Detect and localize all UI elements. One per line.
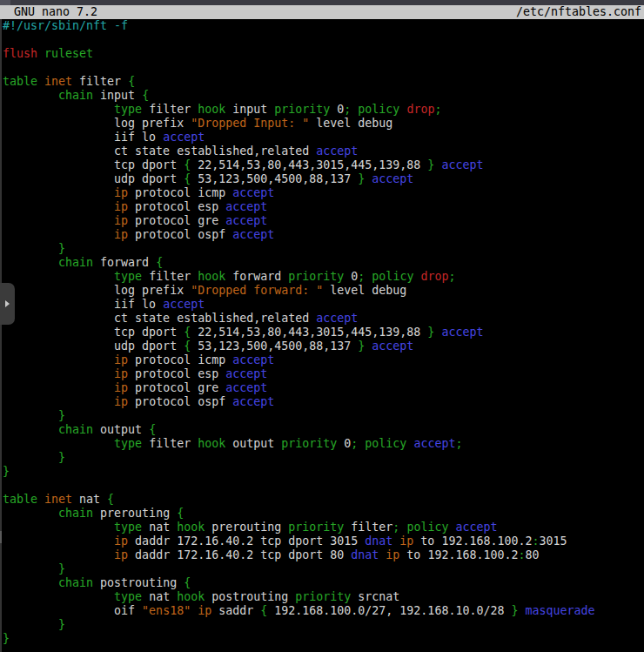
code-line: } — [3, 465, 644, 479]
code-line: } — [3, 632, 644, 646]
code-line: flush ruleset — [3, 47, 644, 61]
code-line: type nat hook postrouting priority srcna… — [3, 590, 644, 604]
drawer-handle-button[interactable] — [0, 283, 15, 325]
code-line: type filter hook output priority 0; poli… — [3, 437, 644, 451]
code-line: } — [3, 409, 644, 423]
code-line: table inet nat { — [3, 493, 644, 507]
code-line: ip protocol icmp accept — [3, 186, 644, 200]
code-line: } — [3, 562, 644, 576]
app-title: GNU nano 7.2 — [14, 5, 97, 19]
code-line: iif lo accept — [3, 131, 644, 145]
code-line: ct state established,related accept — [3, 145, 644, 158]
code-line: chain prerouting { — [3, 507, 644, 521]
code-line: tcp dport { 22,514,53,80,443,3015,445,13… — [3, 158, 644, 172]
code-line: } — [3, 242, 644, 256]
code-line — [3, 61, 644, 75]
code-line: ip protocol esp accept — [3, 200, 644, 214]
code-editor[interactable]: #!/usr/sbin/nft -fflush rulesettable ine… — [0, 19, 644, 652]
code-line: log prefix "Dropped forward: " level deb… — [3, 284, 644, 298]
code-line: ip daddr 172.16.40.2 tcp dport 80 dnat i… — [3, 548, 644, 562]
file-path: /etc/nftables.conf — [516, 5, 641, 19]
code-line — [3, 33, 644, 47]
code-line: ct state established,related accept — [3, 312, 644, 326]
code-line: ip protocol ospf accept — [3, 395, 644, 409]
arrow-right-icon — [5, 300, 10, 307]
code-line: type nat hook prerouting priority filter… — [3, 521, 644, 534]
code-line: } — [3, 618, 644, 632]
code-line: chain input { — [3, 89, 644, 103]
code-line: chain output { — [3, 423, 644, 437]
code-line: udp dport { 53,123,500,4500,88,137 } acc… — [3, 339, 644, 353]
code-line: log prefix "Dropped Input: " level debug — [3, 117, 644, 131]
code-line: #!/usr/sbin/nft -f — [3, 19, 644, 33]
code-line: } — [3, 451, 644, 465]
code-line: ip protocol gre accept — [3, 381, 644, 395]
code-line: table inet filter { — [3, 75, 644, 89]
code-line: iif lo accept — [3, 298, 644, 312]
code-line: udp dport { 53,123,500,4500,88,137 } acc… — [3, 172, 644, 186]
code-line: type filter hook forward priority 0; pol… — [3, 270, 644, 284]
code-line: ip protocol ospf accept — [3, 228, 644, 242]
terminal-window: GNU nano 7.2 /etc/nftables.conf #!/usr/s… — [0, 0, 644, 652]
code-line: oif "ens18" ip saddr { 192.168.100.0/27,… — [3, 604, 644, 618]
code-line: chain forward { — [3, 256, 644, 270]
code-line: tcp dport { 22,514,53,80,443,3015,445,13… — [3, 326, 644, 339]
scroll-indicator — [0, 531, 2, 543]
code-line: type filter hook input priority 0; polic… — [3, 103, 644, 117]
nano-titlebar: GNU nano 7.2 /etc/nftables.conf — [0, 5, 644, 19]
code-line: chain postrouting { — [3, 576, 644, 590]
code-line: ip protocol gre accept — [3, 214, 644, 228]
code-line: ip protocol esp accept — [3, 367, 644, 381]
code-line: ip protocol icmp accept — [3, 353, 644, 367]
code-line — [3, 479, 644, 493]
code-line: ip daddr 172.16.40.2 tcp dport 3015 dnat… — [3, 534, 644, 548]
